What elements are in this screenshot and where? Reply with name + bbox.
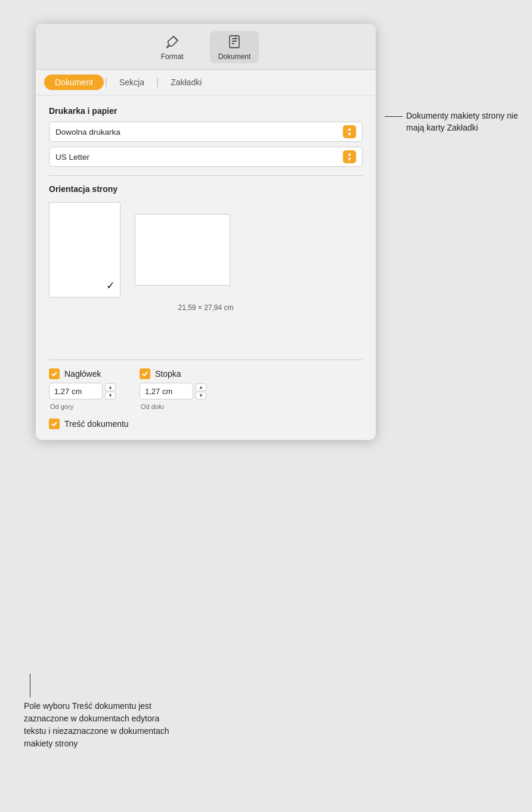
svg-rect-0 [230, 36, 239, 48]
format-label: Format [161, 52, 184, 61]
header-label: Nagłówek [64, 369, 101, 379]
paper-value: US Letter [55, 153, 89, 162]
tab-dokument[interactable]: Dokument [44, 75, 104, 90]
header-value: 1,27 cm [54, 387, 82, 396]
footer-value-input[interactable]: 1,27 cm [140, 383, 193, 399]
tresc-checkbox[interactable] [49, 419, 60, 429]
printer-section-label: Drukarka i papier [49, 106, 363, 116]
tresc-label: Treść dokumentu [64, 419, 129, 429]
callout-bottom-dash [30, 674, 30, 698]
footer-stepper-row: 1,27 cm ▲ ▼ [140, 383, 206, 399]
tabs-bar: Dokument | Sekcja | Zakładki [36, 70, 376, 95]
tresc-row: Treść dokumentu [49, 419, 363, 429]
header-stepper-row: 1,27 cm ▲ ▼ [49, 383, 116, 399]
header-title-row: Nagłówek [49, 368, 116, 379]
toolbar: Format Dokument [36, 24, 376, 70]
header-checkbox[interactable] [49, 368, 60, 379]
panel-content: Drukarka i papier Dowolna drukarka ▲ ▼ U… [36, 95, 376, 440]
document-icon [226, 33, 243, 50]
header-stepper-arrows: ▲ ▼ [105, 383, 116, 399]
header-sub-label: Od góry [50, 403, 116, 410]
footer-label: Stopka [155, 369, 181, 379]
printer-arrow-icon: ▲ ▼ [343, 125, 356, 138]
footer-item: Stopka 1,27 cm ▲ ▼ Od dołu [140, 368, 206, 410]
landscape-option[interactable] [135, 202, 230, 286]
tab-zakładki[interactable]: Zakładki [160, 75, 212, 90]
footer-value: 1,27 cm [145, 387, 172, 396]
orientation-options: ✓ [49, 202, 363, 297]
portrait-checkmark: ✓ [106, 279, 115, 292]
header-increment-button[interactable]: ▲ [105, 383, 116, 391]
footer-increment-button[interactable]: ▲ [196, 383, 206, 391]
footer-stepper-arrows: ▲ ▼ [196, 383, 206, 399]
footer-sub-label: Od dołu [141, 403, 206, 410]
header-value-input[interactable]: 1,27 cm [49, 383, 103, 399]
dokument-label: Dokument [218, 52, 251, 61]
printer-value: Dowolna drukarka [55, 128, 120, 137]
callout-bottom-text: Pole wyboru Treść dokumentu jest zaznacz… [24, 700, 179, 750]
sidebar-panel: Format Dokument Dokument | Sekcja | Zakł… [36, 24, 376, 440]
callout-bottom: Pole wyboru Treść dokumentu jest zaznacz… [24, 674, 179, 750]
paper-dropdown[interactable]: US Letter ▲ ▼ [49, 147, 363, 167]
callout-right-text: Dokumenty makiety strony nie mają karty … [406, 110, 528, 134]
footer-title-row: Stopka [140, 368, 206, 379]
header-item: Nagłówek 1,27 cm ▲ ▼ Od góry [49, 368, 116, 410]
orientation-label: Orientacja strony [49, 184, 363, 194]
footer-decrement-button[interactable]: ▼ [196, 392, 206, 399]
separator-1 [49, 175, 363, 176]
format-toolbar-button[interactable]: Format [153, 31, 192, 63]
header-footer-row: Nagłówek 1,27 cm ▲ ▼ Od góry [49, 368, 363, 410]
callout-right-dash [385, 116, 403, 117]
header-decrement-button[interactable]: ▼ [105, 392, 116, 399]
printer-dropdown[interactable]: Dowolna drukarka ▲ ▼ [49, 122, 363, 142]
landscape-page [135, 214, 230, 286]
footer-checkbox[interactable] [140, 368, 150, 379]
portrait-option[interactable]: ✓ [49, 202, 120, 297]
portrait-page: ✓ [49, 202, 120, 297]
paper-arrow-icon: ▲ ▼ [343, 150, 356, 163]
separator-2 [49, 359, 363, 360]
tab-divider-2: | [156, 77, 159, 88]
paintbrush-icon [164, 33, 181, 50]
dokument-toolbar-button[interactable]: Dokument [210, 31, 259, 63]
callout-right: Dokumenty makiety strony nie mają karty … [385, 110, 528, 134]
orientation-dims: 21,59 × 27,94 cm [49, 303, 363, 312]
tab-divider-1: | [105, 77, 107, 88]
tab-sekcja[interactable]: Sekcja [109, 75, 155, 90]
